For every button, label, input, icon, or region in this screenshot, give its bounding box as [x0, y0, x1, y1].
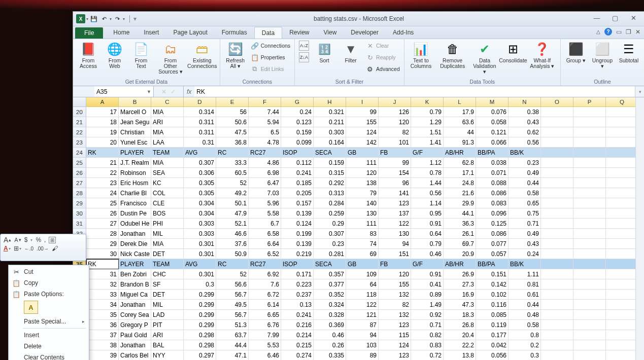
- cell[interactable]: AVG: [184, 148, 216, 158]
- maximize-button[interactable]: ▢: [606, 13, 624, 23]
- cell[interactable]: 6.65: [249, 310, 281, 320]
- cell[interactable]: [573, 350, 606, 360]
- undo-icon[interactable]: ↶: [99, 14, 109, 23]
- cell[interactable]: [606, 239, 638, 249]
- spreadsheet-grid[interactable]: ABCDEFGHIJKLMNOPQ2017Marcell OMIA0.31456…: [73, 97, 644, 360]
- row-header[interactable]: 26: [73, 168, 86, 178]
- cell[interactable]: Paul Gold: [119, 330, 151, 340]
- cell[interactable]: AB/HR: [444, 148, 476, 158]
- col-header[interactable]: J: [379, 97, 411, 107]
- cell[interactable]: [541, 137, 573, 148]
- tab-formulas[interactable]: Formulas: [215, 27, 254, 39]
- tab-view[interactable]: View: [317, 27, 344, 39]
- cell[interactable]: 22: [86, 168, 119, 178]
- cell[interactable]: 126: [379, 107, 411, 117]
- cell[interactable]: 0.78: [411, 168, 444, 178]
- cell[interactable]: 26.9: [444, 269, 476, 279]
- cell[interactable]: 20.4: [444, 330, 476, 340]
- cell[interactable]: 0.305: [184, 188, 216, 198]
- cell[interactable]: 0.29: [314, 219, 346, 229]
- cell[interactable]: 26: [86, 208, 119, 219]
- cell[interactable]: 0.71: [411, 320, 444, 330]
- cell[interactable]: 0.81: [509, 279, 541, 290]
- cell[interactable]: 0.216: [281, 320, 314, 330]
- cell[interactable]: MIL: [151, 300, 184, 310]
- cell[interactable]: 0.314: [184, 107, 216, 117]
- cell[interactable]: 0.157: [281, 198, 314, 208]
- cell[interactable]: 0.159: [281, 127, 314, 137]
- cell[interactable]: 27: [86, 219, 119, 229]
- cell[interactable]: 0.058: [476, 117, 509, 127]
- cell[interactable]: [606, 279, 638, 290]
- cell[interactable]: 154: [379, 168, 411, 178]
- cell[interactable]: GB: [346, 148, 379, 158]
- cell[interactable]: [541, 269, 573, 279]
- cell[interactable]: 82: [379, 300, 411, 310]
- cell[interactable]: 123: [379, 320, 411, 330]
- cell[interactable]: 0.43: [509, 239, 541, 249]
- cell[interactable]: 0.088: [476, 178, 509, 188]
- cell[interactable]: 21: [86, 158, 119, 168]
- col-header[interactable]: K: [411, 97, 444, 107]
- cell[interactable]: 0.299: [184, 290, 216, 300]
- cell[interactable]: 0.328: [314, 310, 346, 320]
- cell[interactable]: 0.077: [476, 239, 509, 249]
- cell[interactable]: 0.58: [509, 320, 541, 330]
- col-header[interactable]: A: [86, 97, 119, 107]
- cell[interactable]: [606, 229, 638, 239]
- fx-icon[interactable]: fx: [184, 86, 194, 97]
- cell[interactable]: 0.299: [184, 300, 216, 310]
- accept-formula-icon[interactable]: ✓: [171, 88, 176, 95]
- cell[interactable]: [573, 168, 606, 178]
- subtotal-button[interactable]: ☰Subtotal: [617, 40, 641, 64]
- cell[interactable]: 0.237: [281, 290, 314, 300]
- cell[interactable]: [606, 198, 638, 208]
- cell[interactable]: 21.6: [444, 188, 476, 198]
- cell[interactable]: 24: [86, 188, 119, 198]
- cell[interactable]: 44.4: [216, 340, 249, 350]
- grow-font-button[interactable]: A▴: [4, 236, 11, 244]
- cell[interactable]: Corey Sea: [119, 310, 151, 320]
- from-web-button[interactable]: 🌐From Web: [103, 40, 127, 70]
- tab-developer[interactable]: Developer: [344, 27, 386, 39]
- col-header[interactable]: D: [184, 97, 216, 107]
- ctx-insert[interactable]: Insert: [10, 330, 88, 341]
- tab-data[interactable]: Data: [254, 27, 282, 39]
- refresh-all-button[interactable]: 🔄Refresh All ▾: [223, 40, 248, 70]
- data-validation-button[interactable]: ✔Data Validation ▾: [470, 40, 499, 76]
- cell[interactable]: 155: [379, 279, 411, 290]
- cell[interactable]: [573, 117, 606, 127]
- cell[interactable]: 47.5: [216, 127, 249, 137]
- cell[interactable]: 50.9: [216, 249, 249, 259]
- cell[interactable]: 0.38: [509, 107, 541, 117]
- sort-za-button[interactable]: Z↓A: [298, 52, 310, 63]
- cell[interactable]: [573, 290, 606, 300]
- cell[interactable]: 124: [379, 340, 411, 350]
- cell[interactable]: 0.042: [476, 340, 509, 350]
- cell[interactable]: 0.8: [509, 330, 541, 340]
- cell[interactable]: [606, 158, 638, 168]
- cell[interactable]: PLAYER: [119, 148, 151, 158]
- cell[interactable]: 0.307: [184, 158, 216, 168]
- cell[interactable]: 0.82: [411, 330, 444, 340]
- cell[interactable]: 151: [379, 249, 411, 259]
- cancel-formula-icon[interactable]: ✕: [161, 88, 166, 95]
- cell[interactable]: LAD: [151, 310, 184, 320]
- col-header[interactable]: Q: [606, 97, 638, 107]
- cell[interactable]: 0.299: [184, 310, 216, 320]
- cell[interactable]: 0.3: [184, 279, 216, 290]
- tab-file[interactable]: File: [75, 27, 103, 39]
- cell[interactable]: 115: [379, 330, 411, 340]
- ctx-cut[interactable]: ✂Cut: [10, 266, 88, 277]
- cell[interactable]: 56.7: [216, 290, 249, 300]
- cell[interactable]: 0.75: [509, 208, 541, 219]
- cell[interactable]: Jonathan: [119, 229, 151, 239]
- cell[interactable]: 0.151: [476, 269, 509, 279]
- cell[interactable]: G/F: [411, 148, 444, 158]
- cell[interactable]: 130: [379, 229, 411, 239]
- col-header[interactable]: C: [151, 97, 184, 107]
- cell[interactable]: 132: [379, 310, 411, 320]
- cell[interactable]: PIT: [151, 320, 184, 330]
- cell[interactable]: MIA: [151, 107, 184, 117]
- row-header[interactable]: 21: [73, 117, 86, 127]
